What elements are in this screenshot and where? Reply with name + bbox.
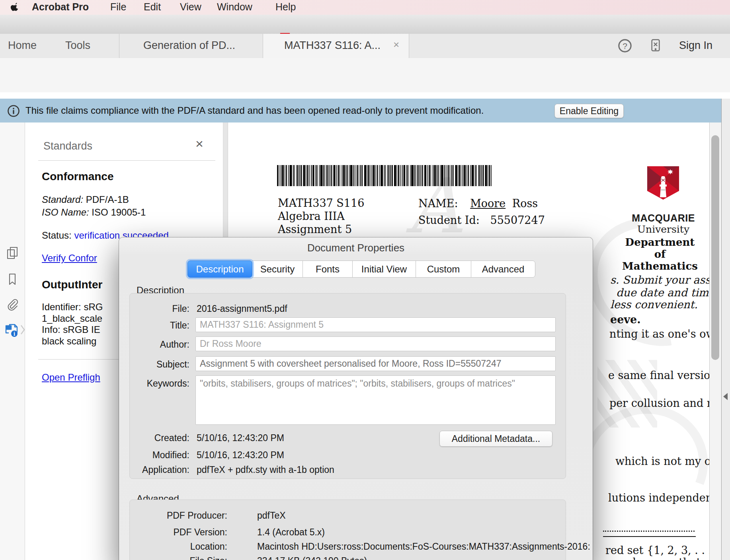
signature-dotted-line — [603, 531, 695, 532]
vertical-scrollbar[interactable] — [709, 122, 722, 560]
student-id-line: Student Id: 55507247 — [418, 214, 545, 226]
page-text-fragment: nting it as one's own. — [609, 328, 710, 340]
application-label: Application: — [130, 465, 189, 475]
document-properties-dialog: Document Properties Description Security… — [119, 237, 593, 560]
course-info: MATH337 S116 Algebra IIIA Assignment 5 — [278, 196, 364, 236]
iso-line: ISO Name: ISO 19005-1 — [42, 207, 146, 218]
page-text-fragment: per collusion and may — [609, 397, 710, 409]
advanced-group: PDF Producer: pdfTeX PDF Version: 1.4 (A… — [129, 500, 566, 560]
notification-message: This file claims compliance with the PDF… — [25, 105, 484, 116]
tab-advanced[interactable]: Advanced — [471, 261, 535, 278]
page-text-fragment: numbers, so that π(k) — [609, 556, 710, 560]
tab-security[interactable]: Security — [252, 261, 303, 278]
subject-input[interactable] — [195, 356, 556, 371]
menu-window[interactable]: Window — [217, 1, 252, 13]
student-name-line: NAME: Moore Ross — [418, 197, 538, 210]
tab-description[interactable]: Description — [187, 261, 252, 278]
pdfa-notification-bar: This file claims compliance with the PDF… — [0, 99, 721, 123]
menu-file[interactable]: File — [110, 1, 126, 13]
window-title-bar: PDFλ MATH337 S116: Assignment 5 — [0, 15, 730, 34]
macquarie-logo — [647, 166, 679, 208]
barcode — [277, 165, 494, 186]
bookmarks-icon[interactable] — [5, 272, 20, 286]
page-thumbnails-icon[interactable] — [5, 246, 20, 260]
mobile-device-icon[interactable] — [647, 37, 664, 54]
menu-edit[interactable]: Edit — [144, 1, 161, 13]
page-text-fragment: red set {1, 2, 3, . . . , n}, — [605, 544, 710, 556]
apple-menu-icon[interactable] — [10, 2, 20, 12]
open-preflight-link[interactable]: Open Prefligh — [42, 372, 100, 383]
conformance-heading: Conformance — [42, 170, 113, 183]
modified-label: Modified: — [130, 450, 189, 461]
toolbar-gap — [0, 92, 730, 99]
application-value: pdfTeX + pdfx.sty with a-1b option — [197, 465, 334, 475]
title-label: Title: — [130, 320, 189, 331]
location-value: Macintosh HD:Users:ross:Documents:FoS-Co… — [257, 541, 590, 552]
svg-text:i: i — [14, 331, 16, 337]
pdf-producer-label: PDF Producer: — [134, 510, 227, 521]
doc-tab-close-icon[interactable]: × — [393, 39, 399, 51]
svg-text:?: ? — [623, 41, 627, 51]
main-toolbar: / 2 65.9% — [0, 58, 730, 93]
pdf-version-label: PDF Version: — [134, 527, 227, 538]
page-text-fragment: which is not my own — [615, 455, 710, 467]
output-intent-info: Identifier: sRG 1_black_scale Info: sRGB… — [42, 301, 103, 347]
doc-tab-math337[interactable]: MATH337 S116: A... — [284, 39, 381, 52]
page-text-fragment: s. Submit your assign- — [610, 274, 710, 286]
pdf-producer-value: pdfTeX — [257, 510, 286, 521]
created-value: 5/10/16, 12:43:20 PM — [197, 433, 284, 443]
author-input[interactable] — [195, 336, 556, 351]
standard-line: Standard: PDF/A-1B — [42, 194, 129, 205]
tab-initial-view[interactable]: Initial View — [352, 261, 416, 278]
doc-tab-generation[interactable]: Generation of PD... — [143, 39, 235, 52]
additional-metadata-button[interactable]: Additional Metadata... — [439, 431, 552, 447]
dialog-tab-row: Description Security Fonts Initial View … — [187, 261, 535, 278]
tab-tools[interactable]: Tools — [65, 39, 90, 52]
file-size-label: File Size: — [134, 556, 227, 560]
standards-panel-title: Standards — [43, 140, 92, 152]
tools-pane-strip — [721, 99, 730, 560]
verify-conformance-link[interactable]: Verify Confor — [42, 253, 97, 264]
page-text-fragment: due date and time, or — [616, 286, 710, 299]
logo-subtitle: University — [629, 224, 698, 235]
menu-view[interactable]: View — [180, 1, 201, 13]
info-icon — [6, 104, 21, 118]
scrollbar-thumb[interactable] — [711, 135, 719, 360]
location-label: Location: — [134, 541, 227, 552]
left-nav-strip: i — [0, 122, 25, 560]
page-text-fragment: e same final version of — [608, 369, 710, 381]
department-label: Department of Mathematics — [622, 236, 698, 272]
tab-custom[interactable]: Custom — [416, 261, 471, 278]
logo-title: MACQUARIE — [629, 212, 698, 224]
file-size-value: 334.17 KB (342,190 Bytes) — [257, 556, 367, 560]
file-label: File: — [130, 303, 189, 314]
keywords-textarea[interactable]: "orbits, stabilisers, groups of matrices… — [195, 375, 556, 425]
keywords-label: Keywords: — [130, 378, 189, 389]
menu-help[interactable]: Help — [275, 1, 296, 13]
file-value: 2016-assignment5.pdf — [197, 303, 287, 314]
help-icon[interactable]: ? — [617, 37, 633, 54]
description-group: File: 2016-assignment5.pdf Title: Author… — [129, 293, 566, 479]
enable-editing-button[interactable]: Enable Editing — [554, 104, 624, 118]
author-label: Author: — [130, 339, 189, 350]
tab-home[interactable]: Home — [8, 39, 37, 52]
signature-rule — [603, 536, 696, 537]
title-input[interactable] — [195, 317, 556, 332]
collapse-pane-icon[interactable] — [723, 393, 728, 400]
page-text-fragment: lutions independently. — [608, 492, 710, 504]
tab-bar: Home Tools Generation of PD... MATH337 S… — [0, 34, 730, 58]
standards-close-icon[interactable]: × — [195, 137, 203, 150]
menu-bar: Acrobat Pro File Edit View Window Help — [0, 0, 730, 15]
menu-app-name[interactable]: Acrobat Pro — [32, 1, 89, 13]
standards-panel-icon[interactable]: i — [4, 323, 18, 337]
attachments-icon[interactable] — [5, 298, 20, 312]
page-text-fragment: less convenient. — [610, 298, 698, 311]
page-text-fragment: eeve. — [610, 313, 641, 326]
subject-label: Subject: — [130, 359, 189, 370]
sign-in-button[interactable]: Sign In — [679, 39, 712, 52]
output-intent-heading: OutputInter — [42, 278, 102, 291]
pdf-version-value: 1.4 (Acrobat 5.x) — [257, 527, 325, 538]
tab-fonts[interactable]: Fonts — [303, 261, 353, 278]
modified-value: 5/10/16, 12:43:20 PM — [197, 450, 284, 461]
dialog-title: Document Properties — [119, 242, 593, 254]
